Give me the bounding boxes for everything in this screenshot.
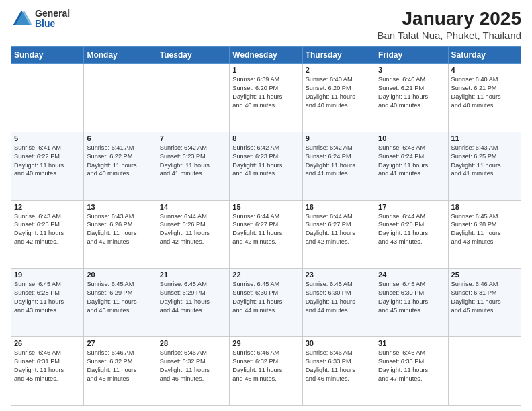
calendar-cell: 26Sunrise: 6:46 AMSunset: 6:31 PMDayligh… <box>11 337 84 406</box>
calendar-cell <box>157 64 229 132</box>
day-info: Sunrise: 6:42 AMSunset: 6:24 PMDaylight:… <box>306 144 372 179</box>
col-header-friday: Friday <box>375 47 448 64</box>
day-info: Sunrise: 6:45 AMSunset: 6:28 PMDaylight:… <box>14 280 81 315</box>
calendar-cell: 19Sunrise: 6:45 AMSunset: 6:28 PMDayligh… <box>11 269 84 337</box>
calendar-cell: 1Sunrise: 6:39 AMSunset: 6:20 PMDaylight… <box>230 64 302 132</box>
day-info: Sunrise: 6:39 AMSunset: 6:20 PMDaylight:… <box>232 75 299 110</box>
day-number: 7 <box>160 134 226 142</box>
calendar-cell: 20Sunrise: 6:45 AMSunset: 6:29 PMDayligh… <box>84 269 157 337</box>
day-info: Sunrise: 6:40 AMSunset: 6:21 PMDaylight:… <box>378 75 445 110</box>
calendar-cell: 29Sunrise: 6:46 AMSunset: 6:32 PMDayligh… <box>230 337 302 406</box>
logo-text: General Blue <box>35 9 70 30</box>
calendar-cell: 31Sunrise: 6:46 AMSunset: 6:33 PMDayligh… <box>375 337 448 406</box>
day-info: Sunrise: 6:40 AMSunset: 6:20 PMDaylight:… <box>306 75 372 110</box>
day-number: 2 <box>306 66 372 74</box>
page: General Blue January 2025 Ban Talat Nua,… <box>0 0 532 411</box>
calendar-cell: 27Sunrise: 6:46 AMSunset: 6:32 PMDayligh… <box>84 337 157 406</box>
calendar-cell: 17Sunrise: 6:44 AMSunset: 6:28 PMDayligh… <box>375 200 448 269</box>
day-info: Sunrise: 6:43 AMSunset: 6:24 PMDaylight:… <box>378 144 445 179</box>
day-number: 17 <box>378 203 445 211</box>
calendar-cell: 10Sunrise: 6:43 AMSunset: 6:24 PMDayligh… <box>375 132 448 200</box>
logo: General Blue <box>11 8 70 30</box>
day-number: 19 <box>14 271 81 279</box>
day-number: 12 <box>14 203 81 211</box>
main-title: January 2025 <box>377 8 521 30</box>
sub-title: Ban Talat Nua, Phuket, Thailand <box>377 30 521 41</box>
day-info: Sunrise: 6:46 AMSunset: 6:31 PMDaylight:… <box>14 349 81 383</box>
calendar-cell: 6Sunrise: 6:41 AMSunset: 6:22 PMDaylight… <box>84 132 157 200</box>
day-info: Sunrise: 6:46 AMSunset: 6:33 PMDaylight:… <box>378 349 445 383</box>
calendar-cell: 12Sunrise: 6:43 AMSunset: 6:25 PMDayligh… <box>11 200 84 269</box>
day-info: Sunrise: 6:46 AMSunset: 6:32 PMDaylight:… <box>232 349 299 383</box>
day-info: Sunrise: 6:44 AMSunset: 6:27 PMDaylight:… <box>232 212 299 247</box>
day-info: Sunrise: 6:44 AMSunset: 6:28 PMDaylight:… <box>378 212 445 247</box>
calendar-cell: 28Sunrise: 6:46 AMSunset: 6:32 PMDayligh… <box>157 337 229 406</box>
calendar-cell: 23Sunrise: 6:45 AMSunset: 6:30 PMDayligh… <box>302 269 375 337</box>
day-info: Sunrise: 6:40 AMSunset: 6:21 PMDaylight:… <box>451 75 518 110</box>
day-number: 28 <box>160 339 226 347</box>
day-info: Sunrise: 6:42 AMSunset: 6:23 PMDaylight:… <box>232 144 299 179</box>
day-number: 14 <box>160 203 226 211</box>
calendar-week-3: 12Sunrise: 6:43 AMSunset: 6:25 PMDayligh… <box>11 200 521 269</box>
calendar-cell: 22Sunrise: 6:45 AMSunset: 6:30 PMDayligh… <box>230 269 302 337</box>
logo-blue-text: Blue <box>35 19 70 29</box>
calendar-cell: 4Sunrise: 6:40 AMSunset: 6:21 PMDaylight… <box>448 64 521 132</box>
calendar-cell: 21Sunrise: 6:45 AMSunset: 6:29 PMDayligh… <box>157 269 229 337</box>
calendar-cell: 18Sunrise: 6:45 AMSunset: 6:28 PMDayligh… <box>448 200 521 269</box>
calendar-cell <box>11 64 84 132</box>
calendar-cell <box>84 64 157 132</box>
day-number: 23 <box>306 271 372 279</box>
day-number: 22 <box>232 271 299 279</box>
day-info: Sunrise: 6:45 AMSunset: 6:30 PMDaylight:… <box>378 280 445 315</box>
day-number: 29 <box>232 339 299 347</box>
day-number: 8 <box>232 134 299 142</box>
day-number: 18 <box>451 203 518 211</box>
logo-general-text: General <box>35 9 70 19</box>
day-number: 31 <box>378 339 445 347</box>
day-number: 6 <box>87 134 153 142</box>
day-number: 26 <box>14 339 81 347</box>
calendar-week-5: 26Sunrise: 6:46 AMSunset: 6:31 PMDayligh… <box>11 337 521 406</box>
col-header-monday: Monday <box>84 47 157 64</box>
day-number: 9 <box>306 134 372 142</box>
logo-icon <box>11 8 32 30</box>
calendar-header-row: SundayMondayTuesdayWednesdayThursdayFrid… <box>11 47 521 64</box>
col-header-wednesday: Wednesday <box>230 47 302 64</box>
day-info: Sunrise: 6:45 AMSunset: 6:30 PMDaylight:… <box>232 280 299 315</box>
calendar-cell: 16Sunrise: 6:44 AMSunset: 6:27 PMDayligh… <box>302 200 375 269</box>
day-info: Sunrise: 6:43 AMSunset: 6:25 PMDaylight:… <box>451 144 518 179</box>
header: General Blue January 2025 Ban Talat Nua,… <box>11 8 521 41</box>
title-block: January 2025 Ban Talat Nua, Phuket, Thai… <box>377 8 521 41</box>
col-header-saturday: Saturday <box>448 47 521 64</box>
calendar-cell: 13Sunrise: 6:43 AMSunset: 6:26 PMDayligh… <box>84 200 157 269</box>
day-number: 30 <box>306 339 372 347</box>
calendar-cell: 14Sunrise: 6:44 AMSunset: 6:26 PMDayligh… <box>157 200 229 269</box>
day-info: Sunrise: 6:45 AMSunset: 6:28 PMDaylight:… <box>451 212 518 247</box>
calendar-cell: 25Sunrise: 6:46 AMSunset: 6:31 PMDayligh… <box>448 269 521 337</box>
day-number: 16 <box>306 203 372 211</box>
day-number: 25 <box>451 271 518 279</box>
calendar-cell: 15Sunrise: 6:44 AMSunset: 6:27 PMDayligh… <box>230 200 302 269</box>
calendar-cell: 11Sunrise: 6:43 AMSunset: 6:25 PMDayligh… <box>448 132 521 200</box>
day-number: 13 <box>87 203 153 211</box>
day-info: Sunrise: 6:41 AMSunset: 6:22 PMDaylight:… <box>87 144 153 179</box>
col-header-tuesday: Tuesday <box>157 47 229 64</box>
day-info: Sunrise: 6:46 AMSunset: 6:32 PMDaylight:… <box>87 349 153 383</box>
calendar-cell: 8Sunrise: 6:42 AMSunset: 6:23 PMDaylight… <box>230 132 302 200</box>
day-info: Sunrise: 6:43 AMSunset: 6:25 PMDaylight:… <box>14 212 81 247</box>
day-number: 4 <box>451 66 518 74</box>
day-info: Sunrise: 6:46 AMSunset: 6:31 PMDaylight:… <box>451 280 518 315</box>
calendar-cell: 9Sunrise: 6:42 AMSunset: 6:24 PMDaylight… <box>302 132 375 200</box>
calendar-cell: 7Sunrise: 6:42 AMSunset: 6:23 PMDaylight… <box>157 132 229 200</box>
day-number: 20 <box>87 271 153 279</box>
col-header-thursday: Thursday <box>302 47 375 64</box>
day-number: 21 <box>160 271 226 279</box>
calendar-cell: 2Sunrise: 6:40 AMSunset: 6:20 PMDaylight… <box>302 64 375 132</box>
day-info: Sunrise: 6:44 AMSunset: 6:26 PMDaylight:… <box>160 212 226 247</box>
day-info: Sunrise: 6:44 AMSunset: 6:27 PMDaylight:… <box>306 212 372 247</box>
col-header-sunday: Sunday <box>11 47 84 64</box>
day-number: 3 <box>378 66 445 74</box>
day-number: 10 <box>378 134 445 142</box>
calendar-table: SundayMondayTuesdayWednesdayThursdayFrid… <box>11 46 521 406</box>
day-info: Sunrise: 6:46 AMSunset: 6:32 PMDaylight:… <box>160 349 226 383</box>
